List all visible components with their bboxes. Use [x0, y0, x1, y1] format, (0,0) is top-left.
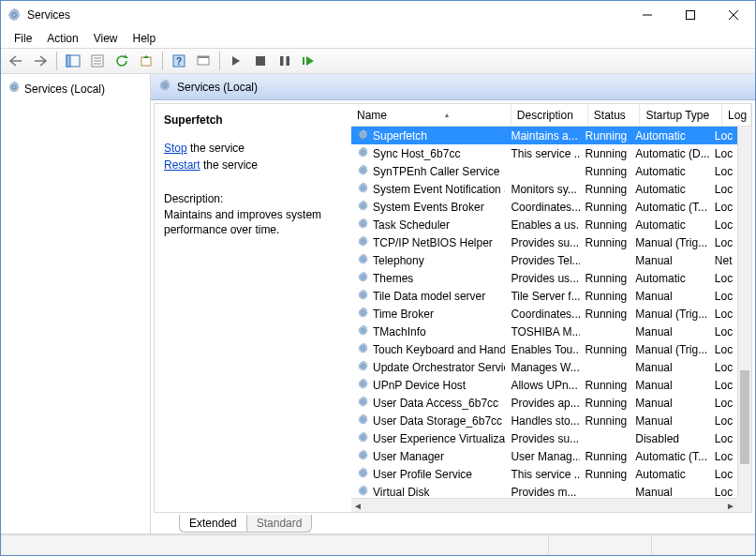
column-startup-type[interactable]: Startup Type: [640, 104, 722, 126]
table-row[interactable]: System Event Notification S...Monitors s…: [351, 180, 737, 198]
back-button[interactable]: [5, 51, 27, 71]
table-row[interactable]: SuperfetchMaintains a...RunningAutomatic…: [351, 127, 737, 144]
service-logon-cell: Loc: [709, 450, 737, 463]
table-row[interactable]: SynTPEnh Caller ServiceRunningAutomaticL…: [351, 162, 737, 180]
service-startup-cell: Automatic: [630, 468, 709, 481]
description-label: Description:: [164, 192, 342, 205]
table-row[interactable]: Time BrokerCoordinates...RunningManual (…: [351, 305, 737, 323]
tree-item-label: Services (Local): [24, 83, 105, 96]
table-row[interactable]: User Data Storage_6b7ccHandles sto...Run…: [351, 412, 737, 429]
service-logon-cell: Loc: [709, 272, 737, 285]
title-bar: Services: [1, 1, 755, 29]
restart-service-button[interactable]: [298, 51, 320, 71]
service-startup-cell: Automatic (D...: [630, 147, 709, 160]
close-button[interactable]: [712, 1, 755, 29]
service-name-cell: Themes: [373, 272, 413, 285]
maximize-button[interactable]: [669, 1, 712, 29]
service-startup-cell: Disabled: [630, 432, 709, 445]
service-desc-cell: Provides su...: [505, 432, 579, 445]
tree-item-services-local[interactable]: Services (Local): [3, 78, 148, 99]
menu-view[interactable]: View: [86, 30, 126, 47]
column-log-on-as[interactable]: Log: [722, 104, 751, 126]
restart-link[interactable]: Restart: [164, 158, 200, 172]
table-row[interactable]: TCP/IP NetBIOS HelperProvides su...Runni…: [351, 233, 737, 251]
column-name[interactable]: Name▴: [351, 104, 511, 126]
minimize-button[interactable]: [626, 1, 669, 29]
show-hide-tree-button[interactable]: [62, 51, 84, 71]
service-desc-cell: Manages W...: [505, 361, 579, 374]
console-button[interactable]: [192, 51, 215, 71]
status-cell: [549, 535, 652, 555]
service-logon-cell: Loc: [709, 290, 737, 303]
stop-link[interactable]: Stop: [164, 142, 187, 155]
service-status-cell: Running: [580, 165, 630, 178]
service-startup-cell: Manual (Trig...: [630, 308, 709, 321]
service-name-cell: Touch Keyboard and Hand...: [373, 343, 505, 356]
service-desc-cell: Coordinates...: [505, 308, 579, 321]
horizontal-scrollbar[interactable]: ◄►: [351, 498, 737, 512]
table-row[interactable]: Touch Keyboard and Hand...Enables Tou...…: [351, 340, 737, 358]
service-row-icon: [357, 289, 369, 304]
service-logon-cell: Loc: [709, 414, 737, 428]
start-service-button[interactable]: [225, 51, 247, 71]
service-desc-cell: Provides Tel...: [505, 254, 579, 267]
forward-button[interactable]: [29, 51, 52, 71]
service-name-cell: System Event Notification S...: [373, 183, 505, 196]
stop-service-button[interactable]: [249, 51, 272, 71]
service-row-icon: [357, 200, 369, 215]
menu-help[interactable]: Help: [126, 30, 164, 47]
service-row-icon: [357, 271, 369, 286]
table-row[interactable]: User Data Access_6b7ccProvides ap...Runn…: [351, 394, 737, 412]
column-status[interactable]: Status: [588, 104, 641, 126]
table-row[interactable]: TMachInfoTOSHIBA M...ManualLoc: [351, 323, 737, 340]
table-row[interactable]: Update Orchestrator ServiceManages W...M…: [351, 358, 737, 376]
service-logon-cell: Loc: [709, 379, 737, 392]
service-startup-cell: Manual: [630, 290, 709, 303]
pane-header-icon: [158, 79, 171, 95]
tab-standard[interactable]: Standard: [246, 515, 313, 533]
menu-file[interactable]: File: [7, 30, 39, 47]
column-description[interactable]: Description: [511, 104, 588, 126]
service-row-icon: [357, 360, 369, 375]
service-startup-cell: Automatic: [630, 272, 709, 285]
service-name-cell: User Data Storage_6b7cc: [373, 414, 502, 428]
service-name-cell: Telephony: [373, 254, 424, 267]
scroll-right-icon[interactable]: ►: [726, 501, 735, 511]
scroll-left-icon[interactable]: ◄: [353, 501, 363, 511]
table-row[interactable]: TelephonyProvides Tel...ManualNet: [351, 251, 737, 269]
pause-service-button[interactable]: [274, 51, 296, 71]
description-text: Maintains and improves system performanc…: [164, 207, 342, 237]
vertical-scrollbar[interactable]: [737, 127, 751, 498]
refresh-button[interactable]: [111, 51, 133, 71]
menu-action[interactable]: Action: [39, 30, 85, 47]
service-logon-cell: Loc: [709, 236, 737, 249]
table-row[interactable]: Sync Host_6b7ccThis service ...RunningAu…: [351, 144, 737, 162]
help-button[interactable]: ?: [168, 51, 190, 71]
toolbar-separator: [56, 52, 57, 70]
tab-extended[interactable]: Extended: [179, 515, 246, 533]
service-logon-cell: Loc: [709, 308, 737, 321]
service-name-cell: System Events Broker: [373, 201, 484, 214]
service-status-cell: Running: [580, 450, 630, 463]
table-row[interactable]: User Profile ServiceThis service ...Runn…: [351, 465, 737, 483]
services-window: Services File Action View Help ?: [0, 0, 756, 556]
service-name-cell: Sync Host_6b7cc: [373, 147, 460, 160]
service-startup-cell: Automatic: [630, 218, 709, 232]
service-name-cell: TMachInfo: [373, 325, 426, 338]
table-row[interactable]: UPnP Device HostAllows UPn...RunningManu…: [351, 376, 737, 394]
export-list-button[interactable]: [135, 51, 157, 71]
service-name-cell: User Profile Service: [373, 468, 472, 481]
service-list: Name▴ Description Status Startup Type Lo…: [351, 104, 751, 512]
table-row[interactable]: Task SchedulerEnables a us...RunningAuto…: [351, 216, 737, 233]
service-row-icon: [357, 396, 369, 411]
table-row[interactable]: ThemesProvides us...RunningAutomaticLoc: [351, 269, 737, 287]
detail-pane: Superfetch Stop the service Restart the …: [155, 104, 351, 512]
svg-rect-16: [256, 56, 265, 66]
properties-button[interactable]: [86, 51, 109, 71]
table-row[interactable]: Tile Data model serverTile Server f...Ru…: [351, 287, 737, 305]
service-name-cell: User Experience Virtualizatio...: [373, 432, 505, 445]
table-row[interactable]: User ManagerUser Manag...RunningAutomati…: [351, 447, 737, 465]
scroll-thumb[interactable]: [740, 370, 749, 464]
table-row[interactable]: User Experience Virtualizatio...Provides…: [351, 429, 737, 447]
table-row[interactable]: System Events BrokerCoordinates...Runnin…: [351, 198, 737, 216]
